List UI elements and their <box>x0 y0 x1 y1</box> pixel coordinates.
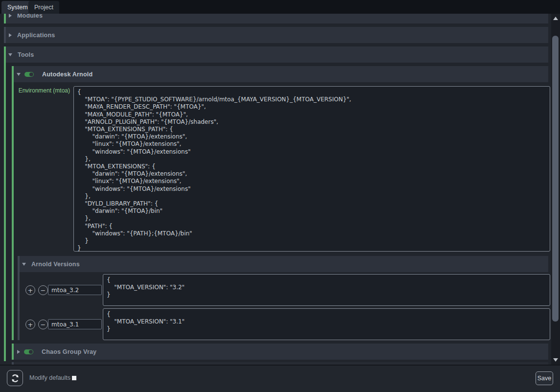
environment-mtoa-label: Environment (mtoa) <box>10 87 70 94</box>
tab-project[interactable]: Project <box>28 1 59 14</box>
section-label: Modules <box>17 14 43 19</box>
arnold-section-border <box>12 66 14 340</box>
toggle-knob-icon <box>29 350 33 354</box>
refresh-icon <box>11 374 20 383</box>
section-header-arnold-versions[interactable]: Arnold Versions <box>20 256 548 272</box>
version-key-input[interactable] <box>48 285 102 295</box>
section-header-autodesk-arnold[interactable]: Autodesk Arnold <box>14 66 548 82</box>
scrollbar-thumb[interactable] <box>552 36 559 322</box>
settings-window: System Project Modules Applications Tool… <box>0 0 560 392</box>
section-header-modules[interactable]: Modules <box>6 14 548 23</box>
vray-enabled-toggle[interactable] <box>24 349 33 354</box>
section-label: Applications <box>17 32 55 39</box>
environment-mtoa-editor[interactable]: { "MTOA": "{PYPE_STUDIO_SOFTWARE}/arnold… <box>73 86 550 252</box>
section-header-chaos-group-vray[interactable]: Chaos Group Vray <box>14 344 548 360</box>
scroll-down-button[interactable] <box>551 356 560 364</box>
vertical-scrollbar[interactable] <box>551 14 560 365</box>
section-label: Autodesk Arnold <box>42 71 93 78</box>
section-label: Tools <box>18 51 34 58</box>
expanded-arrow-icon <box>22 263 26 266</box>
version-value-editor[interactable]: { "MTOA_VERSION": "3.2" } <box>103 274 550 306</box>
expanded-arrow-icon <box>8 53 12 56</box>
tab-bar: System Project <box>0 0 560 14</box>
save-button[interactable]: Save <box>536 371 553 385</box>
settings-scroll-area: Modules Applications Tools Autodesk Arno… <box>0 14 560 365</box>
remove-version-button[interactable]: − <box>38 320 48 329</box>
section-header-tools[interactable]: Tools <box>6 46 548 63</box>
remove-version-button[interactable]: − <box>38 285 48 295</box>
expanded-arrow-icon <box>17 73 21 76</box>
arrow-up-icon <box>553 17 558 20</box>
section-label: Arnold Versions <box>31 261 80 268</box>
modified-marker-icon <box>72 376 76 380</box>
collapsed-arrow-icon <box>9 33 12 37</box>
modify-defaults-label: Modify defaults <box>29 374 70 381</box>
version-key-input[interactable] <box>48 319 102 329</box>
add-version-button[interactable]: + <box>25 285 35 295</box>
version-value-editor[interactable]: { "MTOA_VERSION": "3.1" } <box>103 308 550 340</box>
refresh-button[interactable] <box>7 370 23 386</box>
scroll-up-button[interactable] <box>551 15 560 22</box>
toggle-knob-icon <box>29 72 33 76</box>
tools-section-border <box>4 46 6 361</box>
section-label: Chaos Group Vray <box>42 348 96 355</box>
arnold-enabled-toggle[interactable] <box>24 72 34 77</box>
footer-bar: Modify defaults Save <box>0 366 560 392</box>
section-header-applications[interactable]: Applications <box>6 27 548 43</box>
collapsed-arrow-icon <box>17 350 20 354</box>
arrow-down-icon <box>553 358 558 362</box>
collapsed-arrow-icon <box>9 14 12 18</box>
add-version-button[interactable]: + <box>25 320 35 329</box>
